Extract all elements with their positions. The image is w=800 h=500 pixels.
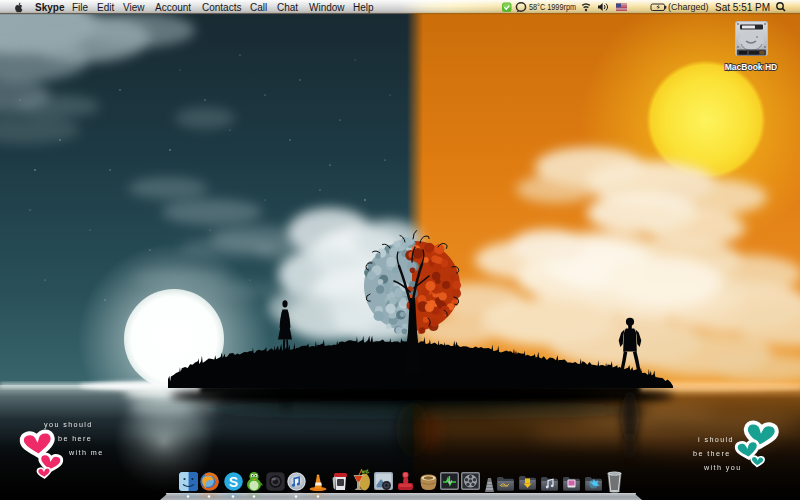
svg-text:Skype: Skype xyxy=(35,2,65,13)
svg-text:Chat: Chat xyxy=(277,2,298,13)
svg-text:View: View xyxy=(123,2,145,13)
svg-text:(Charged): (Charged) xyxy=(668,2,709,12)
svg-text:i should: i should xyxy=(698,435,734,444)
svg-text:with you: with you xyxy=(703,463,742,472)
svg-text:MacBook HD: MacBook HD xyxy=(725,62,777,72)
svg-text:58°C 1999rpm: 58°C 1999rpm xyxy=(529,2,576,12)
svg-text:Help: Help xyxy=(353,2,374,13)
svg-text:Contacts: Contacts xyxy=(202,2,241,13)
svg-text:Sat 5:51 PM: Sat 5:51 PM xyxy=(715,2,770,13)
svg-text:S: S xyxy=(229,474,238,490)
svg-text:be here: be here xyxy=(58,434,92,443)
svg-text:you should: you should xyxy=(44,420,93,429)
svg-text:Edit: Edit xyxy=(97,2,114,13)
svg-text:Window: Window xyxy=(309,2,345,13)
svg-text:be there: be there xyxy=(693,449,731,458)
svg-text:with me: with me xyxy=(68,448,104,457)
svg-text:Call: Call xyxy=(250,2,267,13)
svg-text:Account: Account xyxy=(155,2,191,13)
svg-text:File: File xyxy=(72,2,89,13)
